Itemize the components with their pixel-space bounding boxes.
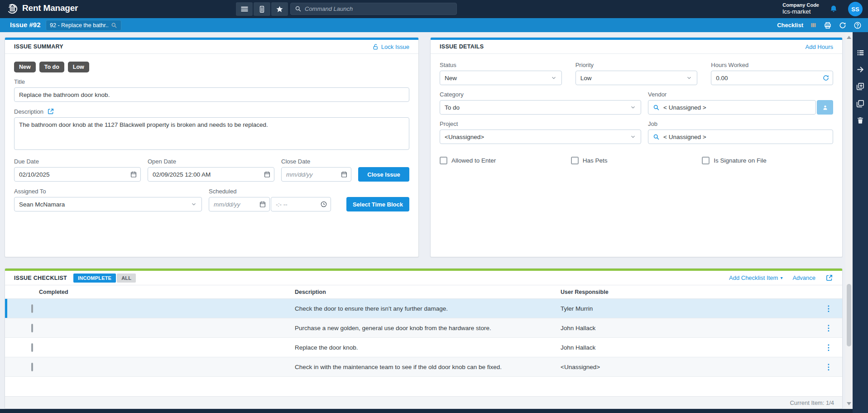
calendar-icon[interactable]	[259, 201, 266, 208]
column-completed: Completed	[5, 289, 290, 295]
priority-label: Priority	[575, 62, 698, 68]
calendar-icon[interactable]	[130, 171, 137, 178]
bottom-edge-bar	[0, 409, 853, 413]
copy-add-icon[interactable]	[856, 82, 865, 91]
company-code-value: lcs-market	[782, 8, 819, 16]
trash-icon[interactable]	[856, 116, 864, 125]
vendor-lookup[interactable]: < Unassigned >	[648, 100, 816, 115]
clock-icon[interactable]	[320, 201, 327, 208]
user-avatar[interactable]: SS	[848, 2, 863, 16]
calendar-icon[interactable]	[340, 171, 348, 178]
status-select[interactable]: New	[440, 71, 562, 85]
checklist-footer: Current Item: 1/4	[5, 396, 842, 408]
search-icon[interactable]	[111, 22, 117, 29]
table-row[interactable]: Check in with the maintenance team to se…	[5, 357, 842, 377]
favorites-button[interactable]	[271, 2, 288, 16]
vertical-scrollbar[interactable]	[845, 32, 853, 409]
checkbox-box[interactable]	[440, 157, 447, 164]
scheduled-label: Scheduled	[209, 188, 331, 195]
command-launch-input[interactable]	[305, 5, 452, 12]
job-lookup[interactable]: < Unassigned >	[648, 130, 833, 144]
row-checkbox[interactable]	[31, 304, 33, 313]
scroll-down-arrow[interactable]	[847, 402, 851, 405]
row-menu-kebab-icon[interactable]: ⋮	[815, 323, 842, 333]
help-icon[interactable]	[854, 21, 862, 29]
print-icon[interactable]	[824, 21, 832, 29]
duplicate-icon[interactable]	[856, 99, 865, 108]
tab-incomplete[interactable]: INCOMPLETE	[73, 274, 116, 283]
add-hours-link[interactable]: Add Hours	[806, 43, 833, 50]
chevron-down-icon	[191, 201, 197, 207]
refresh-icon[interactable]	[839, 21, 847, 29]
checkbox-box[interactable]	[702, 157, 710, 164]
row-checkbox[interactable]	[31, 343, 33, 352]
open-in-new-icon[interactable]	[825, 274, 833, 282]
row-description: Replace the door knob.	[290, 344, 556, 351]
issue-number-label: Issue #92	[10, 21, 41, 29]
select-time-block-button[interactable]: Select Time Block	[346, 197, 409, 211]
description-textarea[interactable]: The bathroom door knob at the 1127 Black…	[14, 117, 409, 150]
close-date-label: Close Date	[281, 158, 351, 165]
column-user-responsible: User Responsible	[556, 289, 815, 295]
close-issue-button[interactable]: Close Issue	[358, 167, 409, 182]
row-menu-kebab-icon[interactable]: ⋮	[815, 304, 842, 313]
checklist-rows: Check the door to ensure there isn't any…	[5, 299, 842, 377]
vendor-contact-button[interactable]	[817, 100, 833, 115]
hamburger-icon	[240, 5, 249, 14]
checkbox-box[interactable]	[571, 157, 579, 164]
allowed-to-enter-checkbox[interactable]: Allowed to Enter	[440, 157, 571, 164]
is-signature-on-file-checkbox[interactable]: Is Signature on File	[702, 157, 833, 164]
recalculate-icon[interactable]	[822, 74, 830, 82]
recent-list-button[interactable]	[254, 2, 270, 16]
app-logo[interactable]: Rent Manager	[5, 2, 78, 14]
job-label: Job	[648, 120, 833, 127]
scrollbar-thumb[interactable]	[847, 284, 851, 346]
issue-summary-panel: ISSUE SUMMARY Lock Issue New To do Low T…	[5, 37, 419, 257]
status-badge: New	[14, 62, 36, 72]
open-date-label: Open Date	[148, 158, 274, 165]
current-item-counter: Current Item: 1/4	[790, 399, 834, 406]
chevron-down-icon	[630, 134, 636, 140]
category-label: Category	[440, 91, 641, 98]
table-row[interactable]: Replace the door knob. John Hallack ⋮	[5, 338, 842, 357]
add-checklist-item-dropdown[interactable]: Add Checklist Item ▾	[729, 274, 782, 281]
category-select[interactable]: To do	[440, 100, 641, 115]
priority-select[interactable]: Low	[575, 71, 698, 85]
due-date-input[interactable]	[14, 167, 141, 182]
row-user-responsible: <Unassigned>	[556, 364, 815, 370]
go-to-arrow-icon[interactable]	[856, 65, 865, 74]
table-row[interactable]: Check the door to ensure there isn't any…	[5, 299, 842, 318]
tab-all[interactable]: ALL	[117, 274, 136, 283]
main-menu-button[interactable]	[236, 2, 253, 16]
advance-link[interactable]: Advance	[792, 274, 815, 281]
row-user-responsible: John Hallack	[556, 344, 815, 351]
project-label: Project	[440, 120, 641, 127]
table-row[interactable]: Purchase a new golden, general use door …	[5, 318, 842, 338]
row-description: Purchase a new golden, general use door …	[290, 325, 556, 331]
assigned-to-select[interactable]: Sean McNamara	[14, 197, 202, 211]
issue-checklist-panel: ISSUE CHECKLIST INCOMPLETE ALL Add Check…	[5, 268, 843, 409]
checklist-toggle-label[interactable]: Checklist	[777, 22, 803, 29]
row-checkbox[interactable]	[31, 324, 33, 332]
project-select[interactable]: <Unassigned>	[440, 130, 641, 144]
calendar-icon[interactable]	[264, 171, 271, 178]
open-in-new-icon[interactable]	[47, 108, 54, 115]
has-pets-checkbox[interactable]: Has Pets	[571, 157, 702, 164]
issue-selector-value: 92 - Replace the bathr...	[50, 22, 108, 29]
checklist-table-header: Completed Description User Responsible	[5, 285, 842, 299]
column-description: Description	[290, 289, 556, 295]
open-date-input[interactable]	[148, 167, 274, 182]
row-menu-kebab-icon[interactable]: ⋮	[815, 362, 842, 372]
row-menu-kebab-icon[interactable]: ⋮	[815, 343, 842, 352]
checklist-columns-icon[interactable]	[810, 22, 817, 29]
right-action-sidebar	[853, 32, 868, 413]
notifications-bell-icon[interactable]	[829, 5, 838, 14]
item-list-icon[interactable]	[856, 48, 865, 57]
title-input[interactable]	[14, 87, 409, 102]
command-launch-search[interactable]	[290, 3, 457, 15]
issue-selector-dropdown[interactable]: 92 - Replace the bathr...	[46, 20, 121, 31]
row-checkbox[interactable]	[31, 363, 33, 371]
scroll-up-arrow[interactable]	[847, 36, 851, 39]
hours-worked-input[interactable]	[711, 71, 833, 85]
lock-issue-link[interactable]: Lock Issue	[372, 43, 409, 50]
